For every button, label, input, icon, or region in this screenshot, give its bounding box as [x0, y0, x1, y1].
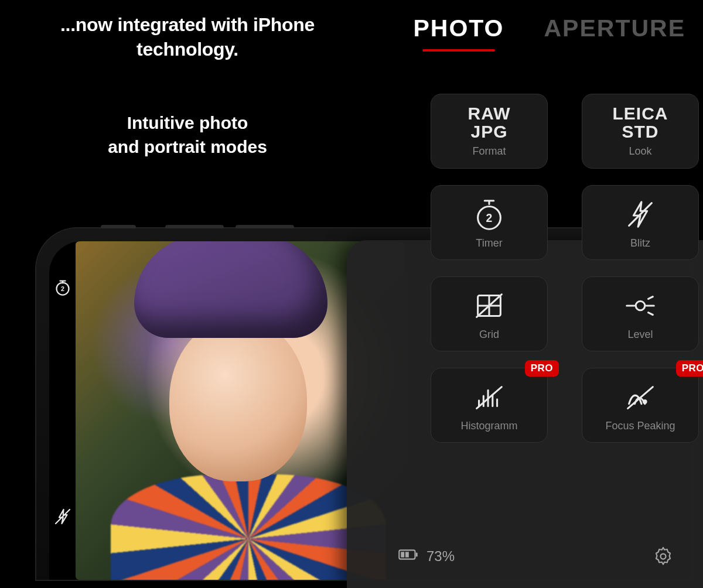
- settings-tile-grid: RAW JPG Format LEICA STD Look 2 Timer Bl…: [431, 94, 703, 443]
- tile-format[interactable]: RAW JPG Format: [431, 94, 548, 169]
- timer-2-icon: 2: [466, 196, 513, 233]
- tile-format-value: RAW JPG: [468, 105, 511, 141]
- level-icon: [617, 288, 664, 324]
- tile-format-caption: Format: [472, 145, 506, 158]
- tile-grid[interactable]: Grid: [431, 276, 548, 351]
- tile-timer[interactable]: 2 Timer: [431, 185, 548, 260]
- tile-level[interactable]: Level: [582, 276, 699, 351]
- battery-icon: [398, 548, 418, 565]
- histogram-off-icon: [466, 379, 513, 415]
- tile-look-caption: Look: [629, 145, 651, 158]
- tile-blitz[interactable]: Blitz: [582, 185, 699, 260]
- flash-off-indicator-icon: [52, 506, 73, 527]
- svg-rect-26: [405, 552, 409, 557]
- svg-text:2: 2: [61, 285, 64, 292]
- settings-button[interactable]: [653, 546, 674, 567]
- svg-line-14: [649, 312, 653, 314]
- tile-grid-caption: Grid: [479, 329, 499, 341]
- tile-histogram-caption: Histogramm: [460, 420, 517, 432]
- tile-timer-caption: Timer: [476, 237, 502, 249]
- tile-blitz-caption: Blitz: [630, 237, 650, 249]
- tile-level-caption: Level: [627, 329, 653, 341]
- marketing-subhead: Intuitive photo and portrait modes: [59, 111, 316, 159]
- tile-look-value: LEICA STD: [613, 105, 668, 141]
- svg-text:2: 2: [486, 211, 493, 224]
- pro-badge: PRO: [676, 360, 703, 377]
- tile-focus-peaking[interactable]: PRO Focus Peaking: [582, 368, 699, 443]
- tab-photo[interactable]: PHOTO: [413, 15, 504, 42]
- svg-point-21: [643, 399, 647, 404]
- panel-bottom-bar: 73%: [375, 539, 691, 574]
- tile-histogram[interactable]: PRO Histogramm: [431, 368, 548, 443]
- svg-point-12: [636, 301, 645, 310]
- flash-off-icon: [617, 196, 664, 233]
- grid-off-icon: [466, 288, 513, 324]
- svg-rect-25: [401, 552, 404, 557]
- mode-tabs: PHOTO APERTURE: [413, 15, 685, 42]
- battery-percent: 73%: [426, 548, 455, 565]
- timer-indicator-icon: 2: [52, 276, 73, 298]
- tile-look[interactable]: LEICA STD Look: [582, 94, 699, 169]
- battery-status: 73%: [398, 548, 455, 565]
- svg-rect-24: [416, 553, 418, 557]
- tab-aperture[interactable]: APERTURE: [544, 15, 685, 42]
- svg-point-27: [661, 554, 666, 559]
- svg-line-13: [649, 296, 653, 299]
- marketing-headline: ...now integrated with iPhone technology…: [59, 13, 316, 61]
- tile-focus-peaking-caption: Focus Peaking: [605, 420, 675, 432]
- pro-badge: PRO: [525, 360, 559, 377]
- focus-peaking-off-icon: [617, 379, 664, 415]
